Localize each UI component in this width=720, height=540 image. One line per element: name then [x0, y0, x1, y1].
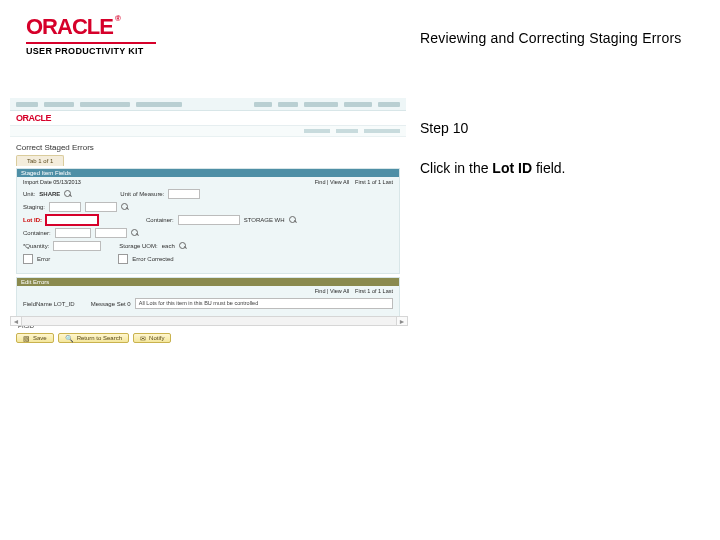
record-count: First 1 of 1 Last — [355, 179, 393, 185]
error-message: All Lots for this item in this BU must b… — [135, 298, 393, 309]
oracle-logo-subtext: USER PRODUCTIVITY KIT — [26, 46, 186, 56]
nav-chip — [254, 102, 272, 107]
container-field-a[interactable] — [55, 228, 91, 238]
import-date: Import Date 05/13/2013 — [23, 179, 81, 185]
band-header-errors: Edit Errors — [17, 278, 399, 286]
app-body: Correct Staged Errors Tab 1 of 1 Staged … — [10, 137, 406, 343]
container-right-value: STORAGE WH — [244, 217, 285, 223]
band-header-staged: Staged Item Fields — [17, 169, 399, 177]
save-button-label: Save — [33, 333, 47, 343]
scroll-left-button[interactable]: ◄ — [11, 317, 22, 325]
subheader-chip — [304, 129, 330, 133]
nav-chip — [304, 102, 338, 107]
nav-chip — [44, 102, 74, 107]
band2-viewall[interactable]: Find | View All — [315, 288, 349, 294]
return-to-search-button[interactable]: 🔍 Return to Search — [58, 333, 129, 343]
error-fieldname: FieldName LOT_ID — [23, 301, 75, 307]
app-screenshot-thumbnail: ORACLE Correct Staged Errors Tab 1 of 1 … — [10, 98, 406, 322]
error-checkbox[interactable] — [23, 254, 33, 264]
save-button[interactable]: ▧ Save — [16, 333, 54, 343]
container-right-field[interactable] — [178, 215, 240, 225]
lot-id-field[interactable] — [46, 215, 98, 225]
notify-button[interactable]: ✉ Notify — [133, 333, 171, 343]
staging-field-b[interactable] — [85, 202, 117, 212]
uom-label: Unit of Measure: — [120, 191, 164, 197]
nav-chip — [344, 102, 372, 107]
nav-chip — [80, 102, 130, 107]
storage-location-label: Staging: — [23, 204, 45, 210]
oracle-logo-text: ORACLE — [26, 16, 113, 38]
notify-icon: ✉ — [140, 335, 146, 342]
nav-chip — [16, 102, 38, 107]
nav-chip — [136, 102, 182, 107]
step-instruction: Click in the Lot ID field. — [420, 160, 690, 176]
return-button-label: Return to Search — [77, 333, 122, 343]
search-icon[interactable] — [131, 229, 139, 237]
instruction-bold: Lot ID — [492, 160, 532, 176]
search-icon[interactable] — [64, 190, 72, 198]
instruction-suffix: field. — [532, 160, 565, 176]
quantity-field[interactable] — [53, 241, 101, 251]
step-label: Step 10 — [420, 120, 468, 136]
panel-title: Correct Staged Errors — [16, 143, 400, 152]
container-label: Container: — [23, 230, 51, 236]
search-icon: 🔍 — [65, 335, 74, 342]
mini-oracle-logo: ORACLE — [16, 113, 51, 123]
error-label: Error — [37, 256, 50, 262]
app-subheader — [10, 126, 406, 137]
band2-findbar: Find | View All First 1 of 1 Last — [23, 288, 393, 294]
app-topnav — [10, 98, 406, 111]
band1-findbar: Import Date 05/13/2013 Find | View All F… — [23, 179, 393, 185]
quantity-label: *Quantity: — [23, 243, 49, 249]
notify-button-label: Notify — [149, 333, 164, 343]
save-icon: ▧ — [23, 335, 30, 342]
error-corrected-label: Error Corrected — [132, 256, 173, 262]
oracle-logo-block: ORACLE ® USER PRODUCTIVITY KIT — [26, 16, 186, 56]
error-corrected-checkbox[interactable] — [118, 254, 128, 264]
unit-label: Unit: — [23, 191, 35, 197]
search-icon[interactable] — [121, 203, 129, 211]
storage-uom-label: Storage UOM: — [119, 243, 157, 249]
logo-divider — [26, 42, 156, 44]
instruction-prefix: Click in the — [420, 160, 492, 176]
lot-id-label: Lot ID: — [23, 217, 42, 223]
tab-main[interactable]: Tab 1 of 1 — [16, 155, 64, 166]
nav-chip — [378, 102, 400, 107]
edit-errors-band: Edit Errors Find | View All First 1 of 1… — [16, 277, 400, 319]
error-msgset: Message Set 0 — [91, 301, 131, 307]
storage-uom-value: each — [162, 243, 175, 249]
scroll-right-button[interactable]: ► — [396, 317, 407, 325]
tab-row: Tab 1 of 1 — [16, 156, 400, 166]
subheader-chip — [336, 129, 358, 133]
registered-trademark: ® — [115, 15, 120, 23]
search-icon[interactable] — [179, 242, 187, 250]
oracle-logo: ORACLE ® — [26, 16, 186, 38]
container-field-b[interactable] — [95, 228, 127, 238]
unit-value: SHARE — [39, 191, 60, 197]
band2-count: First 1 of 1 Last — [355, 288, 393, 294]
staging-field-a[interactable] — [49, 202, 81, 212]
page-title: Reviewing and Correcting Staging Errors — [420, 30, 681, 46]
action-buttons-row: ▧ Save 🔍 Return to Search ✉ Notify — [16, 333, 400, 343]
nav-chip — [278, 102, 298, 107]
app-brandrow: ORACLE — [10, 111, 406, 126]
uom-field[interactable] — [168, 189, 200, 199]
staged-item-fields-band: Staged Item Fields Import Date 05/13/201… — [16, 168, 400, 274]
container-right-label: Container: — [146, 217, 174, 223]
find-viewall[interactable]: Find | View All — [315, 179, 349, 185]
horizontal-scrollbar[interactable]: ◄ ► — [10, 316, 408, 326]
subheader-chip — [364, 129, 400, 133]
search-icon[interactable] — [289, 216, 297, 224]
